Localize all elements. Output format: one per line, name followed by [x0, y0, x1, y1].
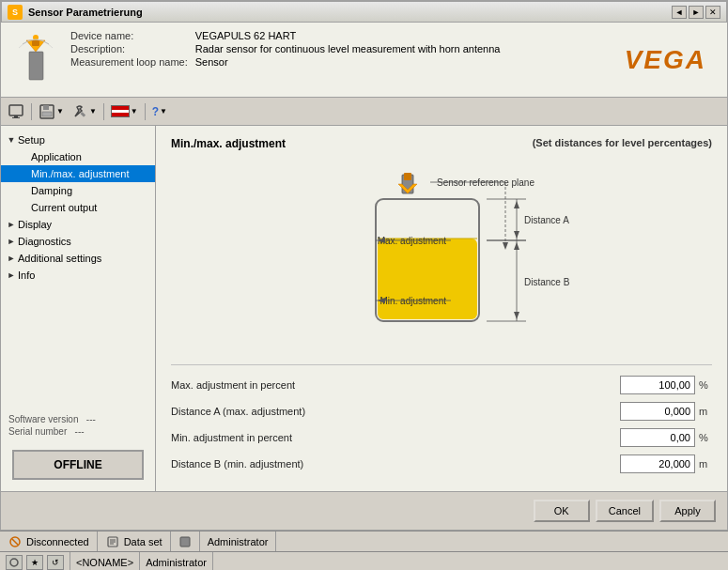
toolbar-tools-btn[interactable]: ▼ — [69, 101, 100, 122]
svg-rect-2 — [32, 40, 39, 46]
svg-rect-6 — [12, 117, 20, 118]
diagram-area: Sensor reference plane Max. adjustment — [171, 158, 712, 361]
sidebar-footer: Software version --- Serial number --- O… — [1, 408, 155, 485]
toolbar-help-btn[interactable]: ? ▼ — [149, 101, 170, 122]
expander-application — [18, 150, 31, 163]
form-area: Max. adjustment in percent % Distance A … — [171, 364, 712, 480]
expander-additional: ► — [5, 252, 18, 265]
description-label: Description: — [70, 43, 188, 54]
svg-rect-41 — [180, 537, 190, 547]
device-name-value: VEGAPULS 62 HART — [195, 30, 613, 41]
tank-diagram: Sensor reference plane Max. adjustment — [263, 173, 620, 347]
max-percent-input[interactable] — [620, 376, 695, 394]
expander-info: ► — [5, 269, 18, 282]
max-percent-unit: % — [699, 379, 712, 391]
tree-label-current-output: Current output — [31, 202, 97, 213]
form-row-distance-a: Distance A (max. adjustment) m — [171, 401, 712, 422]
tree-item-display[interactable]: ► Display — [1, 216, 155, 233]
status-light-icon — [178, 535, 192, 548]
buttons-row: OK Cancel Apply — [0, 492, 728, 531]
panel-title-area: Min./max. adjustment (Set distances for … — [171, 137, 712, 150]
max-percent-label: Max. adjustment in percent — [171, 379, 620, 391]
vega-logo: VEGA — [625, 45, 716, 75]
taskbar-tool-3[interactable]: ↺ — [47, 555, 64, 570]
form-row-min-percent: Min. adjustment in percent % — [171, 427, 712, 448]
tree-label-additional: Additional settings — [18, 253, 101, 264]
tree-item-setup[interactable]: ▼ Setup — [1, 131, 155, 148]
toolbar-save-btn[interactable]: ▼ — [36, 101, 67, 122]
nav-forward-btn[interactable]: ► — [689, 6, 704, 19]
distance-b-unit: m — [699, 458, 712, 470]
svg-rect-0 — [29, 52, 43, 80]
tree-label-damping: Damping — [31, 185, 72, 196]
taskbar-admin-label: Administrator — [146, 557, 207, 568]
svg-marker-29 — [514, 231, 519, 239]
measurement-loop-value: Sensor — [195, 56, 613, 68]
min-percent-input-group: % — [620, 428, 712, 447]
tree-item-info[interactable]: ► Info — [1, 267, 155, 284]
distance-b-input[interactable] — [620, 454, 695, 473]
title-bar: S Sensor Parametrierung ◄ ► ✕ — [0, 0, 728, 23]
content-panel: Min./max. adjustment (Set distances for … — [156, 126, 727, 491]
tree-item-current-output[interactable]: Current output — [1, 199, 155, 216]
tree-item-damping[interactable]: Damping — [1, 182, 155, 199]
offline-button[interactable]: OFFLINE — [12, 450, 144, 480]
status-bar: Disconnected Data set Administrator — [0, 531, 728, 551]
close-btn[interactable]: ✕ — [705, 6, 720, 19]
cancel-button[interactable]: Cancel — [596, 500, 654, 522]
tree-item-diagnostics[interactable]: ► Diagnostics — [1, 233, 155, 250]
tree-label-application: Application — [31, 151, 82, 162]
ok-button[interactable]: OK — [534, 500, 590, 522]
taskbar-noname-label: <NONAME> — [76, 557, 133, 568]
min-percent-input[interactable] — [620, 428, 695, 447]
distance-b-label: Distance B (min. adjustment) — [171, 458, 620, 470]
nav-back-btn[interactable]: ◄ — [672, 6, 687, 19]
min-adj-label: Min. adjustment — [379, 296, 446, 306]
serial-number-row: Serial number --- — [8, 426, 147, 437]
svg-marker-28 — [514, 201, 519, 208]
device-name-label: Device name: — [70, 30, 188, 41]
tree: ▼ Setup Application Min./max. adjustment… — [1, 131, 155, 408]
device-details: Device name: VEGAPULS 62 HART Descriptio… — [70, 30, 613, 68]
taskbar-tool-1[interactable] — [6, 555, 23, 570]
svg-rect-19 — [378, 239, 477, 321]
status-dataset: Data set — [98, 531, 171, 551]
toolbar-sep-1 — [31, 103, 32, 120]
sensor-icon-diagram — [398, 173, 417, 193]
tree-item-application[interactable]: Application — [1, 148, 155, 165]
disconnected-label: Disconnected — [26, 536, 89, 547]
form-row-distance-b: Distance B (min. adjustment) m — [171, 454, 712, 474]
tree-label-display: Display — [18, 219, 52, 230]
sidebar: ▼ Setup Application Min./max. adjustment… — [1, 126, 156, 491]
tree-item-min-max[interactable]: Min./max. adjustment — [1, 165, 155, 182]
toolbar: ▼ ▼ ▼ ? ▼ — [0, 98, 728, 126]
toolbar-monitor-btn[interactable] — [5, 101, 27, 122]
svg-rect-9 — [42, 112, 52, 116]
distance-a-input[interactable] — [620, 402, 695, 421]
max-adj-label: Max. adjustment — [378, 236, 447, 246]
min-percent-label: Min. adjustment in percent — [171, 432, 620, 443]
svg-rect-5 — [14, 116, 18, 117]
taskbar-tools: ★ ↺ — [0, 552, 70, 570]
disconnected-icon — [8, 534, 23, 549]
distance-b-input-group: m — [620, 454, 712, 473]
apply-button[interactable]: Apply — [659, 500, 716, 522]
software-version-value: --- — [86, 414, 96, 424]
min-percent-unit: % — [699, 432, 712, 443]
distance-a-unit: m — [699, 406, 712, 417]
taskbar-tool-2[interactable]: ★ — [26, 555, 43, 570]
expander-diagnostics: ► — [5, 235, 18, 248]
tree-item-additional[interactable]: ► Additional settings — [1, 250, 155, 267]
panel-subtitle: (Set distances for level percentages) — [533, 137, 712, 148]
status-admin: Administrator — [200, 531, 277, 551]
taskbar-admin: Administrator — [140, 552, 213, 570]
svg-marker-16 — [503, 242, 508, 250]
svg-rect-8 — [43, 105, 49, 110]
dataset-label: Data set — [124, 536, 163, 547]
expander-damping — [18, 184, 31, 197]
toolbar-lang-btn[interactable]: ▼ — [108, 101, 141, 122]
tree-label-setup: Setup — [18, 134, 45, 146]
expander-min-max — [18, 167, 31, 180]
svg-point-42 — [10, 559, 18, 566]
expander-setup: ▼ — [5, 133, 18, 146]
